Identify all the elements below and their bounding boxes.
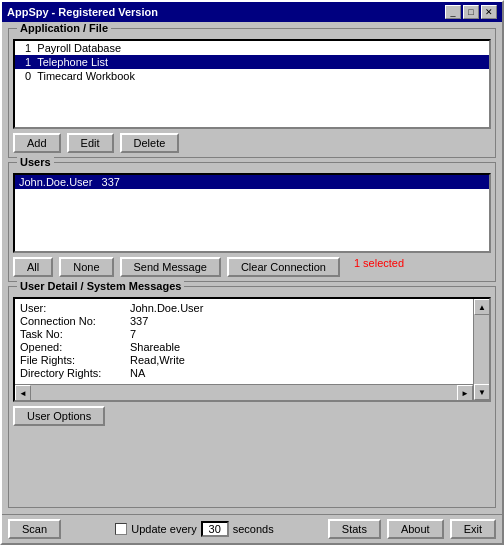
about-button[interactable]: About: [387, 519, 444, 539]
app-file-label: Application / File: [17, 22, 111, 34]
app-file-list[interactable]: 1 Payroll Database 1 Telephone List 0 Ti…: [13, 39, 491, 129]
window-title: AppSpy - Registered Version: [7, 6, 158, 18]
detail-value-opened: Shareable: [130, 341, 180, 353]
scroll-track-h: [31, 385, 457, 400]
horizontal-scrollbar[interactable]: ◄ ►: [15, 384, 473, 400]
detail-row-dir-rights: Directory Rights: NA: [20, 367, 468, 379]
main-content: Application / File 1 Payroll Database 1 …: [2, 22, 502, 514]
detail-row-task: Task No: 7: [20, 328, 468, 340]
detail-value-connection: 337: [130, 315, 148, 327]
selected-count-label: 1 selected: [354, 257, 404, 277]
detail-value-dir-rights: NA: [130, 367, 145, 379]
delete-button[interactable]: Delete: [120, 133, 180, 153]
detail-row-file-rights: File Rights: Read,Write: [20, 354, 468, 366]
clear-connection-button[interactable]: Clear Connection: [227, 257, 340, 277]
scroll-track-v: [474, 315, 489, 384]
vertical-scrollbar[interactable]: ▲ ▼: [473, 299, 489, 400]
detail-key: User:: [20, 302, 130, 314]
main-window: AppSpy - Registered Version _ □ ✕ Applic…: [0, 0, 504, 545]
user-options-area: User Options: [13, 406, 491, 426]
scroll-down-button[interactable]: ▼: [474, 384, 490, 400]
send-message-button[interactable]: Send Message: [120, 257, 221, 277]
app-file-buttons: Add Edit Delete: [13, 133, 491, 153]
users-buttons: All None Send Message Clear Connection 1…: [13, 257, 491, 277]
detail-label: User Detail / System Messages: [17, 280, 184, 292]
interval-input[interactable]: [201, 521, 229, 537]
maximize-button[interactable]: □: [463, 5, 479, 19]
update-label: Update every: [131, 523, 196, 535]
detail-key: Opened:: [20, 341, 130, 353]
users-label: Users: [17, 156, 54, 168]
update-area: Update every seconds: [67, 521, 322, 537]
detail-key: Connection No:: [20, 315, 130, 327]
detail-content: User: John.Doe.User Connection No: 337 T…: [13, 297, 491, 402]
seconds-label: seconds: [233, 523, 274, 535]
add-button[interactable]: Add: [13, 133, 61, 153]
users-section: Users John.Doe.User 337 All None Send Me…: [8, 162, 496, 282]
user-options-button[interactable]: User Options: [13, 406, 105, 426]
title-bar-buttons: _ □ ✕: [445, 5, 497, 19]
detail-key: File Rights:: [20, 354, 130, 366]
update-checkbox[interactable]: [115, 523, 127, 535]
app-file-section: Application / File 1 Payroll Database 1 …: [8, 28, 496, 158]
detail-value-user: John.Doe.User: [130, 302, 203, 314]
list-item[interactable]: 1 Telephone List: [15, 55, 489, 69]
detail-row-opened: Opened: Shareable: [20, 341, 468, 353]
bottom-bar: Scan Update every seconds Stats About Ex…: [2, 514, 502, 543]
detail-key: Directory Rights:: [20, 367, 130, 379]
title-bar: AppSpy - Registered Version _ □ ✕: [2, 2, 502, 22]
user-list-item[interactable]: John.Doe.User 337: [15, 175, 489, 189]
close-button[interactable]: ✕: [481, 5, 497, 19]
detail-key: Task No:: [20, 328, 130, 340]
exit-button[interactable]: Exit: [450, 519, 496, 539]
list-item[interactable]: 0 Timecard Workbook: [15, 69, 489, 83]
edit-button[interactable]: Edit: [67, 133, 114, 153]
detail-area: User: John.Doe.User Connection No: 337 T…: [13, 297, 491, 402]
detail-inner: User: John.Doe.User Connection No: 337 T…: [15, 299, 473, 383]
scroll-right-button[interactable]: ►: [457, 385, 473, 401]
list-item[interactable]: 1 Payroll Database: [15, 41, 489, 55]
detail-value-task: 7: [130, 328, 136, 340]
detail-row-connection: Connection No: 337: [20, 315, 468, 327]
scroll-up-button[interactable]: ▲: [474, 299, 490, 315]
detail-section: User Detail / System Messages User: John…: [8, 286, 496, 508]
users-list[interactable]: John.Doe.User 337: [13, 173, 491, 253]
all-button[interactable]: All: [13, 257, 53, 277]
detail-value-file-rights: Read,Write: [130, 354, 185, 366]
scan-button[interactable]: Scan: [8, 519, 61, 539]
minimize-button[interactable]: _: [445, 5, 461, 19]
stats-button[interactable]: Stats: [328, 519, 381, 539]
scroll-left-button[interactable]: ◄: [15, 385, 31, 401]
none-button[interactable]: None: [59, 257, 113, 277]
detail-row-user: User: John.Doe.User: [20, 302, 468, 314]
